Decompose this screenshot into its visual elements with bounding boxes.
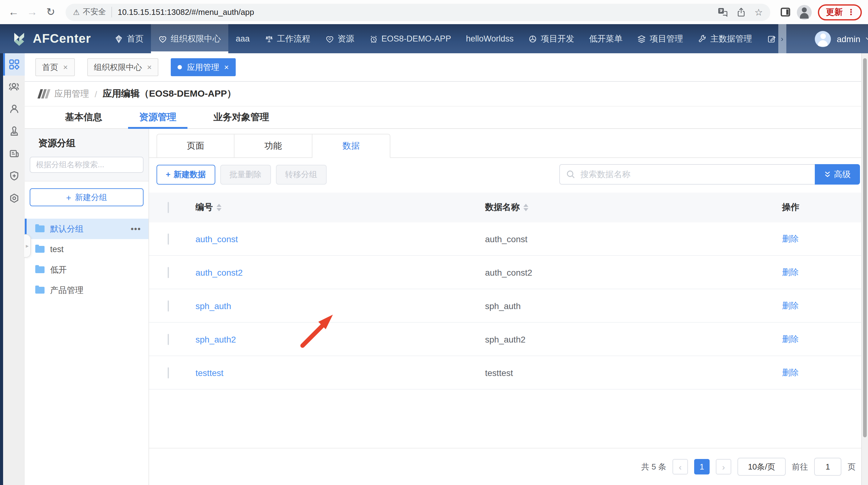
nav-item-master-data-mgmt[interactable]: 主数据管理: [690, 24, 760, 53]
data-code-link[interactable]: sph_auth: [195, 301, 231, 311]
nav-item-org-auth-center[interactable]: 组织权限中心: [151, 24, 228, 53]
active-dot-icon: [178, 65, 182, 69]
batch-delete-button[interactable]: 批量删除: [220, 165, 271, 184]
row-checkbox[interactable]: [168, 233, 169, 245]
user-menu[interactable]: admin: [786, 24, 868, 53]
pagination-prev-button[interactable]: ‹: [673, 459, 688, 475]
nav-item-eos8-demo-app[interactable]: EOS8-DEMO-APP: [362, 24, 459, 53]
advanced-search-button[interactable]: 高级: [815, 164, 860, 184]
chip-org-auth-center[interactable]: 组织权限中心 ×: [87, 58, 158, 76]
delete-link[interactable]: 删除: [782, 368, 799, 377]
tab-pages[interactable]: 页面: [157, 134, 235, 158]
sort-icon[interactable]: [217, 204, 221, 211]
group-item-default[interactable]: 默认分组 •••: [25, 219, 149, 239]
data-code-link[interactable]: sph_auth2: [195, 334, 236, 344]
nav-item-resources[interactable]: 资源: [318, 24, 362, 53]
scrollbar-thumb[interactable]: [863, 58, 867, 437]
heart-smile-icon: [158, 34, 167, 43]
sidebar-collapse-handle[interactable]: ▸: [24, 234, 31, 258]
nav-item-project-dev[interactable]: 项目开发: [521, 24, 582, 53]
heart-smile-icon: [325, 34, 334, 43]
side-panel-icon[interactable]: [780, 7, 790, 17]
breadcrumb-parent[interactable]: 应用管理: [55, 88, 89, 99]
pagination-next-button[interactable]: ›: [716, 459, 731, 475]
icon-rail: [3, 53, 25, 485]
delete-link[interactable]: 删除: [782, 301, 799, 310]
rail-item-user-groups[interactable]: [3, 76, 25, 98]
tab-business-object-mgmt[interactable]: 业务对象管理: [195, 107, 288, 128]
gear-icon: [8, 193, 20, 204]
layers-icon: [637, 34, 646, 43]
row-checkbox[interactable]: [168, 367, 169, 378]
browser-menu-kebab-icon[interactable]: ⋮: [847, 7, 855, 17]
browser-forward-button[interactable]: →: [25, 5, 40, 20]
group-more-icon[interactable]: •••: [131, 224, 141, 233]
new-data-button[interactable]: + 新建数据: [157, 165, 215, 184]
tab-data[interactable]: 数据: [312, 134, 391, 158]
data-table: 编号 数据名称 操作: [149, 193, 868, 390]
data-code-link[interactable]: auth_const2: [195, 267, 243, 277]
data-search-input[interactable]: [559, 164, 815, 184]
nav-item-workflow[interactable]: 工作流程: [257, 24, 318, 53]
tab-functions[interactable]: 功能: [235, 134, 312, 158]
edit-square-icon: [767, 34, 776, 43]
chip-home[interactable]: 首页 ×: [35, 58, 74, 76]
vertical-scrollbar[interactable]: [861, 53, 868, 485]
tab-resource-mgmt[interactable]: 资源管理: [121, 107, 195, 128]
share-icon[interactable]: [736, 7, 746, 17]
user-name: admin: [837, 34, 860, 44]
breadcrumb-slashes-icon: [39, 89, 49, 98]
close-icon[interactable]: ×: [63, 62, 68, 72]
new-group-button[interactable]: + 新建分组: [30, 188, 144, 206]
rail-item-user[interactable]: [3, 98, 25, 120]
tab-basic-info[interactable]: 基本信息: [46, 107, 121, 128]
browser-reload-button[interactable]: ↻: [43, 5, 58, 20]
nav-item-aaa[interactable]: aaa: [228, 24, 257, 53]
page-size-select[interactable]: 10条/页: [738, 458, 786, 476]
rail-item-settings[interactable]: [3, 187, 25, 209]
rail-item-news[interactable]: [3, 142, 25, 165]
wheel-icon: [528, 34, 537, 43]
security-chip[interactable]: ⚠ 不安全: [73, 7, 112, 17]
wrench-icon: [698, 34, 707, 43]
translate-icon[interactable]: [717, 7, 727, 17]
address-bar[interactable]: ⚠ 不安全 10.15.15.151:13082/#/menu_auth/app…: [66, 3, 770, 21]
bookmark-star-icon[interactable]: ☆: [754, 6, 763, 18]
chip-app-management[interactable]: 应用管理 ×: [171, 58, 236, 76]
nav-item-project-mgmt[interactable]: 项目管理: [630, 24, 690, 53]
goto-page-input[interactable]: [814, 458, 841, 476]
nav-item-lowcode-menu[interactable]: 低开菜单: [582, 24, 630, 53]
group-item-product-mgmt[interactable]: 产品管理: [25, 280, 149, 301]
url-text[interactable]: 10.15.15.151:13082/#/menu_auth/app: [112, 7, 713, 17]
nav-item-home[interactable]: 首页: [107, 24, 151, 53]
row-checkbox[interactable]: [168, 300, 169, 311]
pagination-page-1[interactable]: 1: [694, 459, 710, 475]
rail-item-stamp[interactable]: [3, 120, 25, 142]
group-search-input[interactable]: [30, 157, 144, 173]
open-page-chips: 首页 × 组织权限中心 × 应用管理 ×: [25, 53, 868, 82]
row-checkbox[interactable]: [168, 267, 169, 278]
app-logo[interactable]: AFCenter: [0, 24, 107, 53]
row-checkbox[interactable]: [168, 334, 169, 345]
browser-chrome: ← → ↻ ⚠ 不安全 10.15.15.151:13082/#/menu_au…: [0, 0, 868, 24]
delete-link[interactable]: 删除: [782, 234, 799, 243]
close-icon[interactable]: ×: [147, 62, 152, 72]
browser-update-button[interactable]: 更新 ⋮: [818, 4, 862, 20]
group-item-test[interactable]: test: [25, 239, 149, 260]
delete-link[interactable]: 删除: [782, 267, 799, 277]
data-code-link[interactable]: auth_const: [195, 234, 238, 244]
sort-icon[interactable]: [523, 204, 528, 211]
browser-back-button[interactable]: ←: [6, 5, 21, 20]
delete-link[interactable]: 删除: [782, 334, 799, 343]
rail-item-apps[interactable]: [3, 53, 25, 76]
data-code-link[interactable]: testtest: [195, 368, 223, 377]
move-group-button[interactable]: 转移分组: [276, 165, 327, 184]
nav-overflow-chevron[interactable]: ›: [778, 24, 786, 53]
rail-item-shield-add[interactable]: [3, 165, 25, 187]
select-all-checkbox[interactable]: [168, 202, 169, 213]
browser-profile-avatar[interactable]: [797, 5, 812, 20]
nav-item-truncated[interactable]: 开: [760, 24, 778, 53]
group-item-lowcode[interactable]: 低开: [25, 260, 149, 280]
close-icon[interactable]: ×: [224, 62, 228, 72]
nav-item-helloworldss[interactable]: helloWorldss: [459, 24, 521, 53]
